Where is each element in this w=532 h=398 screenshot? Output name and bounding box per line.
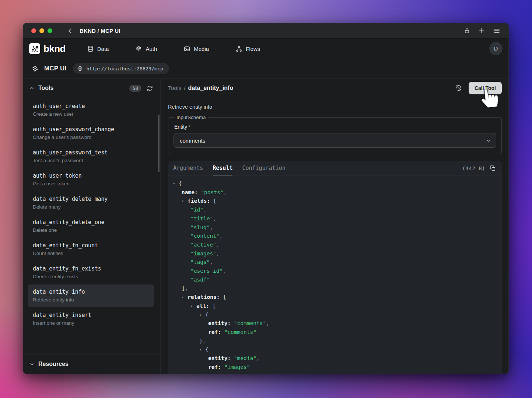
token-str: "title" [190, 216, 213, 221]
workflow-icon [235, 45, 242, 52]
brand-logo[interactable]: bknd [29, 43, 66, 55]
user-avatar[interactable]: D [489, 42, 503, 55]
collapse-toggle-icon[interactable]: ▾ [199, 345, 205, 354]
collapse-toggle-icon[interactable]: ▾ [190, 302, 196, 311]
call-tool-button[interactable]: Call Tool [469, 82, 502, 94]
token-key: name: [182, 189, 201, 195]
tab-configuration[interactable]: Configuration [242, 161, 285, 175]
tool-item-data_entity_delete_one[interactable]: data_entity_delete_oneDelete one [28, 215, 154, 237]
auto-call-disabled-icon[interactable] [455, 84, 462, 91]
token-comma: , [223, 268, 226, 274]
code-line: ▾relations: { [168, 293, 502, 302]
entity-select[interactable]: comments [174, 133, 496, 148]
collapse-toggle-icon[interactable]: ▾ [182, 293, 188, 302]
tab-result[interactable]: Result [213, 161, 232, 175]
tool-detail-header: Tools / data_entity_info Call Tool [161, 79, 508, 97]
new-tab-button[interactable] [478, 27, 485, 34]
tool-name: data_entity_fn_count [33, 242, 149, 249]
collapse-toggle-icon[interactable]: ▾ [182, 197, 188, 206]
back-button[interactable] [67, 28, 73, 34]
code-line: ▾{ [168, 345, 502, 354]
code-line: "title", [168, 214, 502, 223]
token-str: "media" [234, 355, 256, 361]
tools-label: Tools [38, 85, 53, 91]
tool-list: auth_user_createCreate a new userauth_us… [23, 97, 160, 354]
code-line: "tags", [168, 258, 502, 267]
token-punc: { [179, 181, 182, 186]
nav-item-data[interactable]: Data [87, 45, 109, 52]
breadcrumb: Tools / data_entity_info [168, 85, 233, 91]
main-nav: bknd Data Auth Media Flows D [23, 39, 508, 59]
token-str: "content" [190, 233, 220, 239]
token-str: "comments" [234, 320, 266, 326]
entity-label: Entity [174, 124, 187, 130]
token-comma: , [224, 189, 227, 195]
entity-select-value: comments [180, 137, 205, 144]
tool-item-data_entity_delete_many[interactable]: data_entity_delete_manyDelete many [28, 192, 154, 214]
token-str: "images" [224, 364, 250, 370]
tool-item-data_entity_fn_exists[interactable]: data_entity_fn_existsCheck if entity exi… [28, 261, 154, 284]
server-url: http://localhost:28623/mcp [86, 66, 163, 71]
token-comma: , [266, 320, 269, 326]
minimize-button[interactable] [39, 28, 44, 33]
server-url-pill[interactable]: http://localhost:28623/mcp [73, 63, 169, 74]
nav-item-flows[interactable]: Flows [235, 45, 260, 52]
tool-description: Check if entity exists [33, 274, 149, 279]
nav-item-auth[interactable]: Auth [135, 45, 157, 52]
tool-item-auth_user_create[interactable]: auth_user_createCreate a new user [28, 99, 154, 121]
tool-detail-content: Retrieve entity info InputSchema Entity*… [161, 97, 508, 374]
nav-label-media: Media [194, 46, 209, 52]
token-comma: , [203, 338, 206, 344]
token-key: ref: [208, 329, 224, 335]
collapse-toggle-icon[interactable]: ▾ [173, 179, 179, 188]
code-line: "users_id", [168, 267, 502, 276]
tab-arguments[interactable]: Arguments [173, 161, 203, 175]
unlock-icon[interactable] [464, 28, 470, 34]
required-marker: * [189, 124, 190, 130]
code-line: ], [168, 284, 502, 293]
tool-item-auth_user_password_change[interactable]: auth_user_password_changeChange a user's… [28, 122, 154, 144]
token-comma: , [216, 251, 220, 256]
code-line: "asdf" [168, 276, 502, 284]
close-button[interactable] [31, 28, 36, 33]
token-str: "users_id" [190, 268, 223, 274]
copy-button[interactable] [490, 165, 496, 171]
tool-name: auth_user_password_change [33, 126, 149, 133]
token-key: all: [196, 303, 213, 309]
code-line: ▾{ [168, 311, 502, 320]
tool-item-auth_user_token[interactable]: auth_user_tokenGet a user token [28, 168, 154, 191]
token-key: ref: [208, 364, 224, 370]
input-schema-legend: InputSchema [174, 115, 208, 120]
tool-description: Test a user's password [33, 158, 149, 163]
breadcrumb-section[interactable]: Tools [168, 85, 181, 91]
collapse-toggle-icon[interactable]: ▾ [199, 311, 205, 320]
tool-item-data_entity_fn_count[interactable]: data_entity_fn_countCount entities [28, 238, 154, 261]
chevron-left-icon [67, 28, 73, 34]
page-title: MCP UI [44, 65, 66, 72]
menu-button[interactable] [493, 27, 500, 34]
code-line: ▾{ [168, 179, 502, 188]
token-key: fields: [188, 198, 213, 204]
sidebar-scrollbar[interactable] [158, 115, 160, 172]
nav-label-flows: Flows [246, 46, 260, 52]
tool-name: auth_user_password_test [33, 149, 149, 156]
tools-section-header[interactable]: Tools 50 [23, 79, 160, 97]
tool-item-auth_user_password_test[interactable]: auth_user_password_testTest a user's pas… [28, 145, 154, 168]
code-line: "slug", [168, 223, 502, 232]
input-schema-fieldset: InputSchema Entity* comments [168, 115, 502, 154]
tool-name: data_entity_insert [33, 312, 149, 318]
nav-item-media[interactable]: Media [183, 45, 209, 52]
tool-item-data_entity_insert[interactable]: data_entity_insertInsert one or many [28, 308, 154, 330]
code-line: }, [168, 337, 502, 346]
tool-item-data_entity_info[interactable]: data_entity_infoRetrieve entity info [28, 284, 154, 307]
title-bar: BKND / MCP UI [23, 23, 508, 39]
bknd-logo-icon [29, 43, 40, 54]
result-size: (442 B) [462, 165, 485, 171]
tool-name: auth_user_token [33, 172, 149, 179]
zoom-button[interactable] [48, 28, 52, 33]
resources-section-header[interactable]: Resources [23, 354, 160, 374]
breadcrumb-separator: / [184, 85, 185, 91]
window-title: BKND / MCP UI [80, 28, 120, 34]
refresh-tools-button[interactable] [147, 85, 153, 91]
code-line: "id", [168, 206, 502, 214]
